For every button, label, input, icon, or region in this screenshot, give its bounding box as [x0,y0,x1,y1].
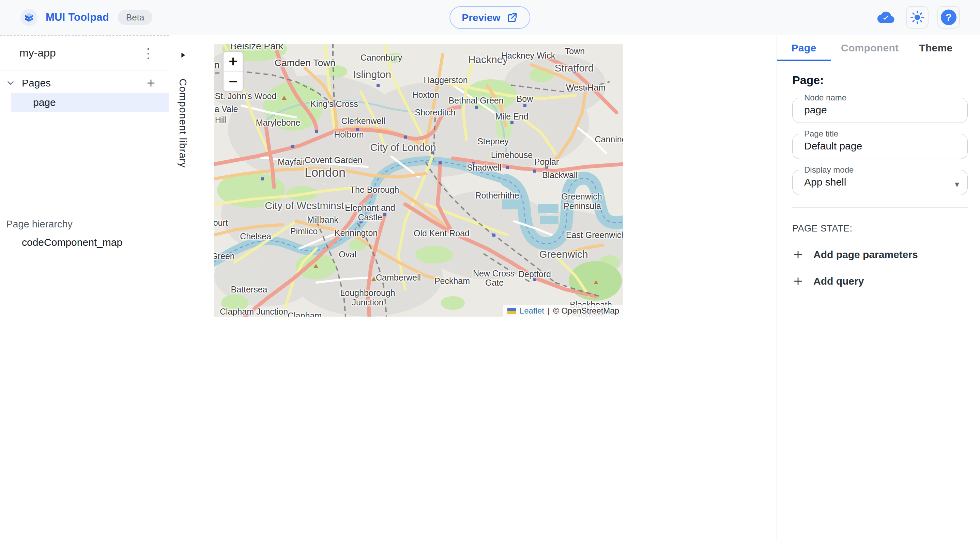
page-item-label: page [33,97,56,108]
chevron-down-icon: ▾ [955,179,959,190]
map-place-label: Shadwell [467,163,501,173]
plus-icon [792,276,804,287]
page-title-label: Page title [801,129,842,139]
attribution-separator: | [547,306,550,315]
map-place-label: Blackwall [542,170,578,180]
app-header: MUI Toolpad Beta Preview ? [0,0,980,35]
display-mode-select[interactable]: Display mode ▾ [792,170,968,195]
map-place-label: Clerkenwell [341,116,385,126]
page-title-field: Page title [792,134,968,159]
node-name-field: Node name [792,98,968,123]
chevron-down-icon [5,78,16,88]
add-page-button[interactable] [145,78,156,89]
map-place-label: City of London [370,142,436,153]
map-place-label: Canonbury [361,53,402,63]
map-place-label: King's Cross [310,99,358,109]
map-place-label: Islington [353,69,391,80]
map-place-label: Elephant and [345,203,395,213]
map-place-label: Peckham [434,276,470,286]
pages-header-row[interactable]: Pages [0,73,169,93]
map-place-label: Holborn [334,130,364,139]
map-place-label: Bow [517,94,533,104]
leaflet-map[interactable]: Belsize ParknCamden TownCanonburyIslingt… [214,44,623,317]
preview-button-label: Preview [462,12,500,24]
tab-component[interactable]: Component [831,35,909,61]
app-menu-button[interactable]: ⋮ [142,46,155,60]
map-place-label: London [305,165,345,180]
map-place-label: Clapham Junction [220,307,288,317]
map-place-label: Greenwich [561,192,602,201]
external-link-icon [507,12,518,24]
app-name: my-app [19,47,56,59]
help-icon: ? [941,10,956,25]
pages-section-label: Pages [22,77,51,89]
preview-button[interactable]: Preview [449,6,530,29]
add-page-parameters-button[interactable]: Add page parameters [792,249,918,260]
page-canvas: Belsize ParknCamden TownCanonburyIslingt… [197,35,776,542]
cloud-saved-icon [875,6,897,29]
map-place-label: Limehouse [491,150,533,160]
page-hierarchy-section: Page hierarchy codeComponent_map [0,211,169,248]
help-button[interactable]: ? [937,6,960,29]
osm-link[interactable]: © OpenStreetMap [553,306,619,315]
map-place-label: Camberwell [376,273,421,282]
map-place-label: City of Westminster [265,200,353,211]
map-place-label: Old Kent Road [414,228,469,238]
map-place-label: Mile End [495,112,528,122]
map-place-label: West Ham [566,83,606,93]
map-place-label: Deptford [518,269,551,279]
map-place-label: Greenwich [539,249,588,260]
map-place-label: Oval [339,250,356,260]
map-place-label: Castle [358,212,382,222]
component-library-toggle[interactable]: Component library [169,35,197,542]
map-place-label: Rotherhithe [475,191,519,201]
inspector-panel: Page Component Theme Page: Node name Pag… [776,35,980,542]
beta-badge: Beta [118,10,153,25]
map-place-label: Hill [215,115,227,125]
map-place-label: Chelsea [240,231,271,241]
display-mode-label: Display mode [801,165,857,175]
map-place-label: Haggerston [423,75,468,85]
map-place-label: Kennington [335,228,378,238]
map-zoom-control: + − [223,51,243,92]
map-place-label: Marylebone [256,118,301,128]
map-place-label: Bethnal Green [449,96,503,106]
map-place-label: n [215,60,220,70]
map-place-label: Loughborough [340,288,395,298]
map-place-label: Peninsula [563,201,601,211]
zoom-out-button[interactable]: − [224,71,243,91]
map-place-label: Gate [485,278,504,288]
map-place-label: Junction [352,298,383,307]
app-explorer-panel: my-app ⋮ Pages page Page hierarchy [0,35,169,542]
page-hierarchy-title: Page hierarchy [0,219,169,230]
theme-toggle-button[interactable] [906,6,929,29]
pages-section: Pages page [0,70,169,211]
leaflet-link[interactable]: Leaflet [520,306,544,315]
map-place-label: Covent Garden [305,155,363,165]
add-query-button[interactable]: Add query [792,276,864,287]
map-place-label: court [214,218,228,228]
hierarchy-item-code-component-map[interactable]: codeComponent_map [0,237,169,248]
map-place-label: Battersea [231,285,267,295]
map-place-label: The Borough [350,185,399,195]
map-place-label: Clapham [288,311,322,317]
expand-right-icon [179,51,187,59]
tab-theme[interactable]: Theme [909,35,963,61]
map-place-label: New Cross [473,269,514,279]
map-place-label: Stratford [554,62,593,74]
header-actions: ? [875,6,980,29]
map-place-label: Hackney Wick [501,51,555,60]
plus-icon [145,78,156,89]
zoom-in-button[interactable]: + [224,52,243,71]
map-place-label: Millbank [307,215,338,225]
toolpad-logo-icon [21,9,38,26]
map-place-label: Pimlico [290,227,318,236]
component-library-label: Component library [177,79,189,168]
map-place-label: Shoreditch [415,108,456,117]
ukraine-flag-icon [508,308,516,314]
inspector-tabs: Page Component Theme [777,35,980,61]
add-page-parameters-label: Add page parameters [813,249,918,260]
map-place-label: Green [214,251,235,261]
sidebar-item-page[interactable]: page [11,93,169,112]
tab-page[interactable]: Page [777,35,831,61]
